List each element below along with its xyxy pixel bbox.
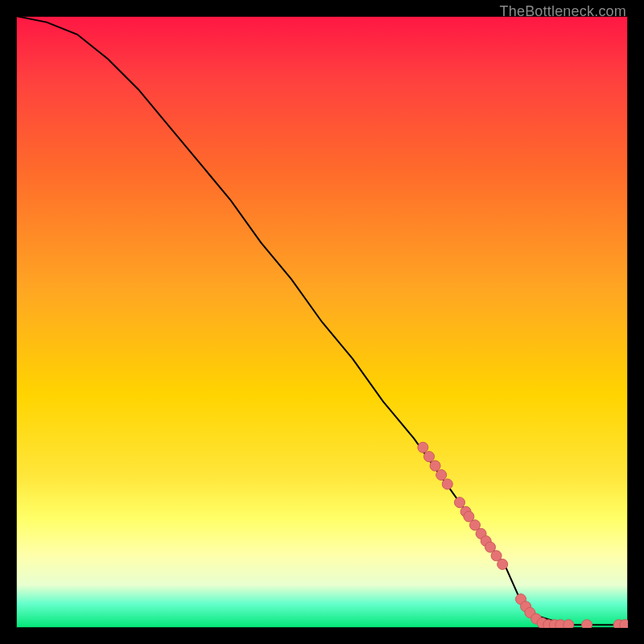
curve-markers [418, 442, 628, 628]
curve-marker [424, 452, 435, 462]
chart-frame: TheBottleneck.com [0, 0, 644, 644]
curve-marker [564, 620, 574, 628]
plot-area: TheBottleneck.com [16, 16, 628, 628]
curve-marker [430, 460, 440, 471]
curve-marker [582, 620, 592, 628]
curve-marker [442, 479, 452, 489]
curve-marker [497, 559, 508, 569]
curve-marker [436, 470, 447, 481]
curve-marker [418, 442, 428, 452]
curve-marker [455, 497, 465, 508]
curve-svg [16, 16, 628, 628]
bottleneck-curve [16, 16, 628, 625]
